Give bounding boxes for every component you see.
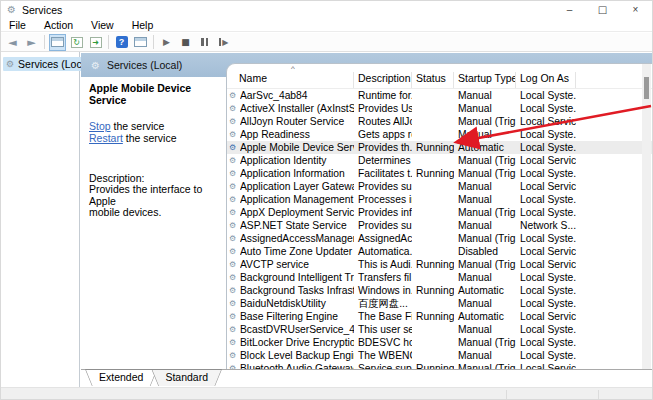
- service-log-on-as: Local Syste...: [516, 272, 576, 283]
- pause-service-button[interactable]: [196, 34, 213, 51]
- service-gear-icon: ⚙: [227, 91, 240, 100]
- restart-service-link[interactable]: Restart: [89, 132, 123, 144]
- service-log-on-as: Local Syste...: [516, 324, 576, 335]
- vertical-scrollbar[interactable]: [642, 64, 651, 375]
- column-header-startup-type[interactable]: Startup Type: [454, 72, 516, 88]
- table-row[interactable]: ⚙ Apple Mobile Device Service Provides t…: [227, 141, 653, 154]
- back-arrow-icon: ◄: [8, 36, 16, 49]
- stop-service-button[interactable]: ■: [177, 34, 194, 51]
- service-log-on-as: Local Syste...: [516, 337, 576, 348]
- table-row[interactable]: ⚙ Background Intelligent Tran... Transfe…: [227, 271, 653, 284]
- service-log-on-as: Local Syste...: [516, 142, 576, 153]
- table-row[interactable]: ⚙ Auto Time Zone Updater Automatica... D…: [227, 245, 653, 258]
- service-gear-icon: ⚙: [227, 221, 240, 230]
- table-row[interactable]: ⚙ AppX Deployment Service (... Provides …: [227, 206, 653, 219]
- service-gear-icon: ⚙: [227, 156, 240, 165]
- service-name: BaiduNetdiskUtility: [240, 298, 354, 309]
- toolbar-separator: [44, 35, 45, 49]
- service-startup-type: Automatic: [454, 285, 516, 296]
- menu-file[interactable]: File: [1, 19, 35, 31]
- table-row[interactable]: ⚙ AarSvc_4ab84 Runtime for... Manual Loc…: [227, 89, 653, 102]
- scrollbar-thumb[interactable]: [644, 77, 649, 99]
- service-startup-type: Manual: [454, 103, 516, 114]
- services-window: ⚙ Services – □ × File Action View Help ◄…: [0, 0, 653, 400]
- column-header-status[interactable]: Status: [412, 72, 454, 88]
- service-name: AarSvc_4ab84: [240, 90, 354, 101]
- table-row[interactable]: ⚙ Application Layer Gateway ... Provides…: [227, 180, 653, 193]
- stop-icon: ■: [181, 37, 190, 47]
- show-action-pane-button[interactable]: [132, 34, 149, 51]
- table-row[interactable]: ⚙ BitLocker Drive Encryption ... BDESVC …: [227, 336, 653, 349]
- service-status: Running: [412, 142, 454, 153]
- back-button[interactable]: ◄: [4, 34, 21, 51]
- table-row[interactable]: ⚙ Application Management Processes in...…: [227, 193, 653, 206]
- help-button[interactable]: ?: [113, 34, 130, 51]
- service-startup-type: Disabled: [454, 246, 516, 257]
- table-row[interactable]: ⚙ Block Level Backup Engine ... The WBEN…: [227, 349, 653, 362]
- service-description: Runtime for...: [354, 90, 412, 101]
- table-row[interactable]: ⚙ AssignedAccessManager Se... AssignedAc…: [227, 232, 653, 245]
- table-row[interactable]: ⚙ Application Information Facilitates t.…: [227, 167, 653, 180]
- service-status: Running: [412, 168, 454, 179]
- service-name: Base Filtering Engine: [240, 311, 354, 322]
- close-button[interactable]: ×: [619, 1, 652, 18]
- service-status: Running: [412, 259, 454, 270]
- service-name: AppX Deployment Service (...: [240, 207, 354, 218]
- table-row[interactable]: ⚙ Application Identity Determines ... Ma…: [227, 154, 653, 167]
- service-description: Automatica...: [354, 246, 412, 257]
- tab-standard[interactable]: Standard: [151, 369, 222, 386]
- service-log-on-as: Local Service: [516, 259, 576, 270]
- table-row[interactable]: ⚙ Base Filtering Engine The Base Fil... …: [227, 310, 653, 323]
- service-description: Determines ...: [354, 155, 412, 166]
- column-header-name[interactable]: Name: [227, 72, 354, 88]
- service-startup-type: Manual: [454, 298, 516, 309]
- service-gear-icon: ⚙: [227, 299, 240, 308]
- services-gear-icon: ⚙: [6, 59, 14, 69]
- maximize-button[interactable]: □: [586, 1, 619, 18]
- service-gear-icon: ⚙: [227, 312, 240, 321]
- table-row[interactable]: ⚙ ASP.NET State Service Provides su... M…: [227, 219, 653, 232]
- service-startup-type: Manual (Trig...: [454, 116, 516, 127]
- table-row[interactable]: ⚙ App Readiness Gets apps re... Manual L…: [227, 128, 653, 141]
- forward-button[interactable]: ►: [23, 34, 40, 51]
- service-gear-icon: ⚙: [227, 182, 240, 191]
- column-header-log-on-as[interactable]: Log On As: [516, 72, 576, 88]
- service-name: Background Intelligent Tran...: [240, 272, 354, 283]
- service-description: 百度网盘...: [354, 297, 412, 311]
- service-startup-type: Manual: [454, 90, 516, 101]
- tab-extended[interactable]: Extended: [85, 369, 157, 386]
- service-name: Application Information: [240, 168, 354, 179]
- stop-service-link[interactable]: Stop: [89, 120, 111, 132]
- table-row[interactable]: ⚙ AllJoyn Router Service Routes AllJo...…: [227, 115, 653, 128]
- minimize-button[interactable]: –: [553, 1, 586, 18]
- service-gear-icon: ⚙: [227, 130, 240, 139]
- toolbar-separator: [153, 35, 154, 49]
- column-header-description[interactable]: Description: [354, 72, 412, 88]
- menu-view[interactable]: View: [82, 19, 123, 31]
- service-startup-type: Automatic: [454, 142, 516, 153]
- table-row[interactable]: ⚙ BcastDVRUserService_4ab84 This user se…: [227, 323, 653, 336]
- menu-help[interactable]: Help: [123, 19, 163, 31]
- service-name: BcastDVRUserService_4ab84: [240, 324, 354, 335]
- service-description: Provides su...: [354, 220, 412, 231]
- restart-icon: ▶: [219, 38, 229, 47]
- menu-action[interactable]: Action: [35, 19, 82, 31]
- table-row[interactable]: ⚙ BaiduNetdiskUtility 百度网盘... Manual Loc…: [227, 297, 653, 310]
- refresh-button[interactable]: ↻: [68, 34, 85, 51]
- start-service-button[interactable]: ▶: [158, 34, 175, 51]
- table-row[interactable]: ⚙ ActiveX Installer (AxInstSV) Provides …: [227, 102, 653, 115]
- panel-gear-icon: ⚙: [91, 60, 100, 71]
- service-name: BitLocker Drive Encryption ...: [240, 337, 354, 348]
- service-name: Auto Time Zone Updater: [240, 246, 354, 257]
- panel-header-label: Services (Local): [107, 59, 182, 71]
- service-description: Provides Us...: [354, 103, 412, 114]
- service-description: Processes in...: [354, 194, 412, 205]
- restart-service-button[interactable]: ▶: [215, 34, 232, 51]
- export-list-button[interactable]: ➜: [87, 34, 104, 51]
- show-console-tree-button[interactable]: [49, 34, 66, 51]
- table-row[interactable]: ⚙ AVCTP service This is Audi... Running …: [227, 258, 653, 271]
- service-name: Block Level Backup Engine ...: [240, 350, 354, 361]
- table-row[interactable]: ⚙ Background Tasks Infrastruc... Windows…: [227, 284, 653, 297]
- service-startup-type: Manual (Trig...: [454, 337, 516, 348]
- pause-icon: [201, 38, 208, 46]
